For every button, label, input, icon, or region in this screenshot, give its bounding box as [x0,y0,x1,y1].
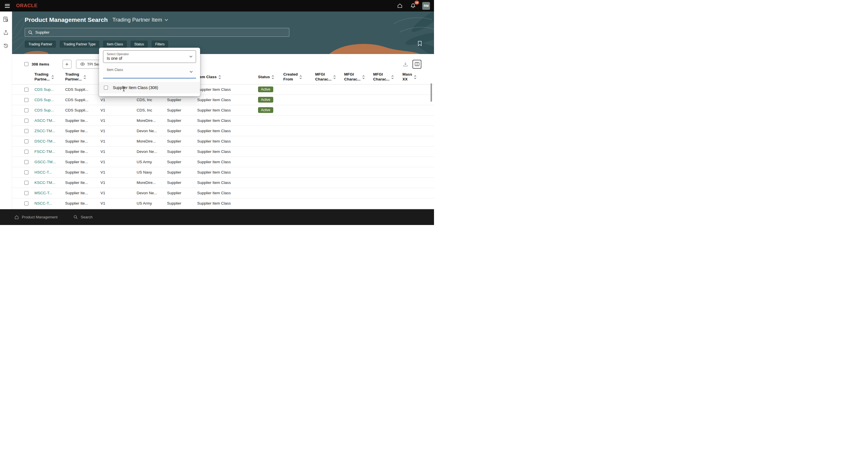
table-cell: Supplier Item Class [195,84,256,94]
row-link[interactable]: ZSCC-TM... [34,129,55,133]
table-cell: US Army [134,157,165,167]
search-input[interactable] [35,30,286,34]
item-class-option[interactable]: Supplier Item Class (308) [99,82,200,93]
operator-select[interactable]: Select Operator Is one of [103,50,196,63]
filter-chip-item-class[interactable]: Item Class [103,40,127,48]
row-link[interactable]: CDS Sup... [34,108,54,112]
table-cell: Supplier Item Class [195,105,256,115]
row-checkbox[interactable] [24,170,28,174]
search-icon [28,30,33,35]
table-cell [400,125,434,136]
row-checkbox[interactable] [24,160,28,164]
vertical-scrollbar[interactable] [431,83,432,102]
download-icon[interactable] [403,61,408,67]
export-upload-icon[interactable] [2,29,10,36]
add-item-button[interactable]: + [63,60,71,69]
row-link[interactable]: ASCC-TM... [34,118,55,123]
table-cell [313,136,342,146]
item-class-option-list: Supplier Item Class (308) [99,82,200,93]
column-header[interactable]: Item Class [195,70,256,84]
status-cell [256,167,281,177]
checkbox-column-header [12,70,32,84]
row-link[interactable]: CDS Sup... [34,87,54,92]
notifications-bell-icon[interactable]: 10 [409,2,417,10]
table-row: KSCC-TM...Supplier Ite...V1MoreDire...Su… [12,177,434,188]
row-checkbox[interactable] [24,150,28,154]
manage-columns-button[interactable] [412,60,422,69]
sort-icon [51,75,54,79]
results-table: Trading Partne...Trading Partner...Item … [12,70,434,208]
row-checkbox[interactable] [24,119,28,123]
table-cell: ASCC-TM... [32,115,63,125]
column-header[interactable]: Mass XX [400,70,434,84]
column-header[interactable]: Trading Partner... [63,70,98,84]
column-header[interactable]: Trading Partne... [32,70,63,84]
row-link[interactable]: GSCC-TM... [34,160,56,164]
row-link[interactable]: DSCC-TM... [34,139,56,143]
row-checkbox[interactable] [24,201,28,205]
filter-chip-trading-partner[interactable]: Trading Partner [25,40,56,48]
column-header[interactable]: MFGI Charac... [371,70,400,84]
table-cell [400,146,434,157]
row-link[interactable]: MSCC-T... [34,191,52,195]
row-link[interactable]: NSCC-T... [34,201,52,205]
table-row: MSCC-T...Supplier Ite...V1Devon Ne...Sup… [12,188,434,198]
row-checkbox[interactable] [24,139,28,143]
column-header[interactable]: MFGI Charac... [342,70,371,84]
search-scope-dropdown[interactable]: Trading Partner Item [112,17,168,23]
footer-search[interactable]: Search [73,215,92,219]
user-avatar[interactable]: RM [422,2,430,10]
row-link[interactable]: KSCC-TM... [34,180,55,185]
row-checkbox[interactable] [24,181,28,185]
table-cell [371,84,400,94]
history-icon[interactable] [2,42,10,50]
main-search-field[interactable] [25,28,289,37]
filter-chip-filters[interactable]: Filters [152,40,168,48]
row-link[interactable]: CDS Sup... [34,98,54,102]
table-cell [313,177,342,188]
saved-searches-icon[interactable] [2,16,10,23]
table-cell [371,105,400,115]
filter-chip-status[interactable]: Status [131,40,148,48]
table-cell [342,84,371,94]
table-cell: Supplier [165,157,195,167]
sort-icon [414,75,416,79]
table-cell: Supplier Item Class [195,198,256,208]
row-link[interactable]: FSCC-TM... [34,149,55,154]
table-cell: MoreDire... [134,136,165,146]
table-cell: V1 [98,146,134,157]
results-toolbar: 308 items + TPI Search [12,59,434,69]
status-cell [256,198,281,208]
home-icon[interactable] [396,2,404,10]
item-class-input[interactable]: Item Class [103,65,196,79]
eye-icon [80,62,85,66]
table-cell [371,167,400,177]
table-cell [342,188,371,198]
select-all-checkbox[interactable] [24,62,28,66]
table-cell [371,157,400,167]
table-cell [281,136,313,146]
filter-chip-row: Trading PartnerTrading Partner TypeItem … [25,40,168,48]
option-checkbox[interactable] [104,86,108,90]
table-cell: MoreDire... [134,115,165,125]
footer-product-management[interactable]: Product Management [14,215,57,220]
table-cell [342,167,371,177]
row-checkbox[interactable] [24,191,28,195]
row-link[interactable]: HSCC-T... [34,170,52,174]
column-header[interactable]: MFGI Charac... [313,70,342,84]
row-checkbox[interactable] [24,129,28,133]
status-cell [256,136,281,146]
hamburger-menu-icon[interactable] [2,0,12,11]
row-checkbox[interactable] [24,108,28,112]
row-checkbox[interactable] [24,88,28,92]
bookmark-icon[interactable] [417,41,422,46]
column-header[interactable]: Created From [281,70,313,84]
table-cell [281,146,313,157]
column-header[interactable]: Status [256,70,281,84]
table-cell: Supplier Item Class [195,115,256,125]
chevron-down-icon [189,71,193,73]
table-cell: Supplier [165,115,195,125]
filter-chip-trading-partner-type[interactable]: Trading Partner Type [60,40,99,48]
row-checkbox[interactable] [24,98,28,102]
status-badge: Active [258,107,273,113]
